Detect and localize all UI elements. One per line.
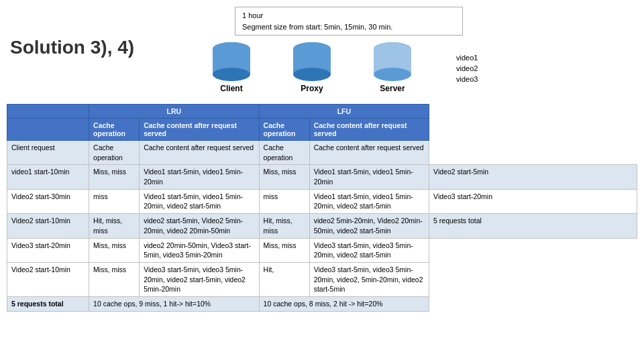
cell-cache-op: miss bbox=[89, 189, 140, 213]
client-cylinder-svg bbox=[208, 39, 255, 82]
video2-label: video2 bbox=[456, 64, 478, 72]
cell-lfu-cache-after: video2 5min-20min, Video2 20min-50min, v… bbox=[309, 214, 429, 238]
table-row: Video2 start-10minMiss, missVideo3 start… bbox=[7, 262, 637, 296]
server-cylinder: Server bbox=[369, 39, 416, 93]
summary-lfu: 10 cache ops, 8 miss, 2 hit -> hit=20% bbox=[259, 296, 429, 311]
summary-lru: 10 cache ops, 9 miss, 1 hit-> hit=10% bbox=[89, 296, 260, 311]
cell-cache-op: Miss, miss bbox=[89, 262, 140, 296]
info-line1: 1 hour bbox=[242, 11, 263, 19]
table-row: 5 requests total10 cache ops, 9 miss, 1 … bbox=[7, 296, 637, 311]
summary-request: 5 requests total bbox=[7, 296, 89, 311]
cell-request-second: Video3 start-20min bbox=[429, 189, 637, 213]
cell-request: Video2 start-10min bbox=[7, 262, 89, 296]
svg-point-2 bbox=[213, 68, 250, 81]
cell-cache-op: Cache operation bbox=[89, 141, 140, 165]
main-table: LRU LFU Cache operation Cache content af… bbox=[7, 104, 637, 312]
video3-label: video3 bbox=[456, 75, 478, 83]
subheader-cache-after: Cache content after request served bbox=[140, 119, 259, 141]
proxy-cylinder-svg bbox=[288, 39, 335, 82]
table-row: Video3 start-20minMiss, missvideo2 20min… bbox=[7, 238, 637, 262]
cell-request: Video2 start-10min bbox=[7, 214, 89, 238]
cell-lfu-cache-op: Cache operation bbox=[259, 141, 309, 165]
cell-lfu-cache-after: Video3 start-5min, video3 5min-20min, vi… bbox=[309, 262, 429, 296]
server-cylinder-svg bbox=[369, 39, 416, 82]
page: Solution 3), 4) 1 hour Segment size from… bbox=[0, 0, 644, 362]
cell-lfu-cache-op: Hit, bbox=[259, 262, 309, 296]
cell-lfu-cache-op: Miss, miss bbox=[259, 238, 309, 262]
cell-cache-op: Miss, miss bbox=[89, 238, 140, 262]
svg-point-10 bbox=[374, 68, 411, 81]
proxy-cylinder: Proxy bbox=[288, 39, 335, 93]
subheader-request bbox=[7, 119, 89, 141]
svg-point-6 bbox=[293, 68, 331, 81]
main-table-container: LRU LFU Cache operation Cache content af… bbox=[7, 104, 637, 312]
video-labels: video1 video2 video3 bbox=[456, 54, 478, 83]
cell-lfu-cache-after: Video1 start-5min, video1 5min-20min bbox=[309, 165, 429, 189]
header-lru: LRU bbox=[89, 105, 260, 119]
cell-request: Video3 start-20min bbox=[7, 238, 89, 262]
header-lfu: LFU bbox=[259, 105, 429, 119]
cell-cache-op: Hit, miss, miss bbox=[89, 214, 140, 238]
table-row: Client requestCache operationCache conte… bbox=[7, 141, 637, 165]
svg-point-7 bbox=[293, 42, 331, 56]
header-request bbox=[7, 105, 89, 119]
cell-cache-after: video2 20min-50min, Video3 start-5min, v… bbox=[140, 238, 259, 262]
cell-request: Client request bbox=[7, 141, 89, 165]
cell-lfu-cache-after: Cache content after request served bbox=[309, 141, 429, 165]
info-box: 1 hour Segment size from start: 5min, 15… bbox=[235, 7, 463, 36]
subheader-lfu-cache-op: Cache operation bbox=[259, 119, 309, 141]
cell-lfu-cache-op: Miss, miss bbox=[259, 165, 309, 189]
cell-lfu-cache-after: Video3 start-5min, video3 5min-20min, vi… bbox=[309, 238, 429, 262]
cell-lfu-cache-after: Video1 start-5min, video1 5min-20min, vi… bbox=[309, 189, 429, 213]
cell-cache-after: Video1 start-5min, video1 5min-20min bbox=[140, 165, 259, 189]
cell-cache-after: video2 start-5min, Video2 5min-20min, vi… bbox=[140, 214, 259, 238]
client-cylinder: Client bbox=[208, 39, 255, 93]
page-title: Solution 3), 4) bbox=[10, 37, 134, 58]
cell-cache-after: Video1 start-5min, video1 5min-20min, vi… bbox=[140, 189, 259, 213]
cell-request: Video2 start-30min bbox=[7, 189, 89, 213]
cell-lfu-cache-op: miss bbox=[259, 189, 309, 213]
cell-request-second: Video2 start-5min bbox=[429, 165, 637, 189]
cell-cache-after: Video3 start-5min, video3 5min-20min, vi… bbox=[140, 262, 259, 296]
cell-lfu-cache-op: Hit, miss, miss bbox=[259, 214, 309, 238]
cell-request: video1 start-10min bbox=[7, 165, 89, 189]
video1-label: video1 bbox=[456, 54, 478, 62]
cell-cache-after: Cache content after request served bbox=[140, 141, 259, 165]
proxy-label: Proxy bbox=[301, 84, 323, 93]
cell-cache-op: Miss, miss bbox=[89, 165, 140, 189]
svg-point-11 bbox=[374, 42, 411, 56]
svg-point-3 bbox=[213, 42, 250, 56]
info-line2: Segment size from start: 5min, 15min, 30… bbox=[242, 23, 392, 31]
subheader-lfu-cache-after: Cache content after request served bbox=[309, 119, 429, 141]
server-label: Server bbox=[380, 84, 405, 93]
client-label: Client bbox=[220, 84, 242, 93]
subheader-cache-op: Cache operation bbox=[89, 119, 140, 141]
cell-request-second: 5 requests total bbox=[429, 214, 637, 238]
